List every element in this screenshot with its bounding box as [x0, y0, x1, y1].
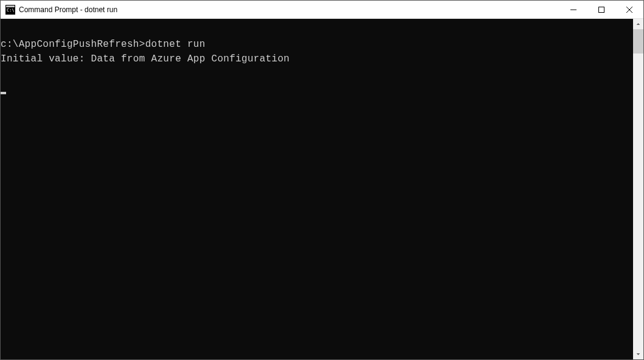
maximize-icon [598, 7, 604, 13]
command-text: dotnet run [145, 39, 206, 50]
minimize-icon [570, 7, 576, 13]
scroll-thumb[interactable] [633, 29, 643, 54]
cmd-icon: C:\ [5, 5, 15, 15]
chevron-up-icon [636, 22, 640, 26]
window-titlebar[interactable]: C:\ Command Prompt - dotnet run [1, 1, 643, 19]
minimize-button[interactable] [559, 1, 587, 18]
scroll-up-button[interactable] [633, 19, 643, 29]
maximize-button[interactable] [587, 1, 615, 18]
window-controls [559, 1, 643, 18]
scroll-track[interactable] [633, 29, 643, 349]
scroll-down-button[interactable] [633, 349, 643, 359]
svg-rect-4 [599, 7, 604, 12]
close-button[interactable] [615, 1, 643, 18]
svg-rect-1 [6, 5, 15, 7]
terminal-line: Initial value: Data from Azure App Confi… [1, 54, 289, 64]
prompt-text: c:\AppConfigPushRefresh> [1, 39, 145, 50]
svg-text:C:\: C:\ [7, 8, 15, 13]
terminal-line: c:\AppConfigPushRefresh>dotnet run [1, 39, 206, 50]
chevron-down-icon [636, 352, 640, 356]
window-title: Command Prompt - dotnet run [19, 5, 559, 14]
terminal-output[interactable]: c:\AppConfigPushRefresh>dotnet run Initi… [1, 19, 633, 359]
window-body: c:\AppConfigPushRefresh>dotnet run Initi… [1, 19, 643, 359]
terminal-cursor [1, 92, 6, 94]
vertical-scrollbar[interactable] [633, 19, 643, 359]
close-icon [626, 7, 632, 13]
